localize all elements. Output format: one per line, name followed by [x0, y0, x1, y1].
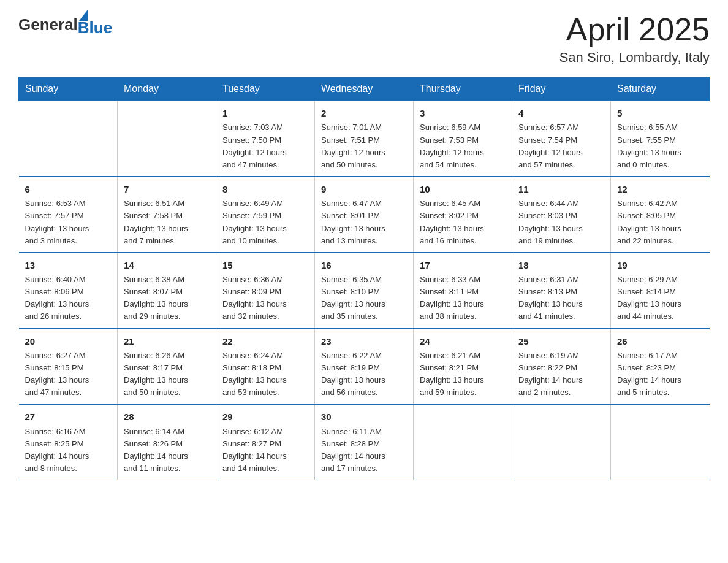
- logo-blue-text: Blue: [78, 18, 112, 37]
- calendar-cell: 2Sunrise: 7:01 AM Sunset: 7:51 PM Daylig…: [315, 101, 414, 177]
- day-number: 7: [124, 182, 210, 196]
- calendar-cell: 3Sunrise: 6:59 AM Sunset: 7:53 PM Daylig…: [414, 101, 512, 177]
- calendar-cell: 6Sunrise: 6:53 AM Sunset: 7:57 PM Daylig…: [19, 177, 118, 253]
- day-info: Sunrise: 6:38 AM Sunset: 8:07 PM Dayligh…: [124, 274, 210, 323]
- weekday-header-saturday: Saturday: [611, 77, 710, 101]
- day-info: Sunrise: 6:35 AM Sunset: 8:10 PM Dayligh…: [321, 274, 407, 323]
- calendar-cell: 15Sunrise: 6:36 AM Sunset: 8:09 PM Dayli…: [216, 253, 315, 329]
- day-info: Sunrise: 6:33 AM Sunset: 8:11 PM Dayligh…: [420, 274, 506, 323]
- day-info: Sunrise: 6:16 AM Sunset: 8:25 PM Dayligh…: [25, 426, 112, 475]
- calendar-cell: 30Sunrise: 6:11 AM Sunset: 8:28 PM Dayli…: [315, 404, 414, 480]
- day-info: Sunrise: 6:47 AM Sunset: 8:01 PM Dayligh…: [321, 197, 407, 247]
- day-info: Sunrise: 6:27 AM Sunset: 8:15 PM Dayligh…: [25, 350, 112, 399]
- calendar-cell: 19Sunrise: 6:29 AM Sunset: 8:14 PM Dayli…: [611, 253, 710, 329]
- day-number: 30: [321, 410, 407, 424]
- day-info: Sunrise: 6:51 AM Sunset: 7:58 PM Dayligh…: [124, 197, 210, 247]
- day-info: Sunrise: 6:31 AM Sunset: 8:13 PM Dayligh…: [518, 274, 604, 323]
- calendar-cell: 5Sunrise: 6:55 AM Sunset: 7:55 PM Daylig…: [611, 101, 710, 177]
- day-number: 26: [617, 334, 703, 348]
- day-number: 16: [321, 258, 407, 272]
- calendar-cell: [611, 404, 710, 480]
- day-info: Sunrise: 6:42 AM Sunset: 8:05 PM Dayligh…: [617, 197, 703, 247]
- calendar-cell: 4Sunrise: 6:57 AM Sunset: 7:54 PM Daylig…: [512, 101, 611, 177]
- weekday-header-row: SundayMondayTuesdayWednesdayThursdayFrid…: [19, 77, 710, 101]
- day-info: Sunrise: 6:26 AM Sunset: 8:17 PM Dayligh…: [124, 350, 210, 399]
- day-number: 18: [518, 258, 604, 272]
- calendar-cell: 29Sunrise: 6:12 AM Sunset: 8:27 PM Dayli…: [216, 404, 315, 480]
- calendar-cell: 11Sunrise: 6:44 AM Sunset: 8:03 PM Dayli…: [512, 177, 611, 253]
- day-number: 12: [617, 182, 703, 196]
- day-number: 23: [321, 334, 407, 348]
- weekday-header-thursday: Thursday: [414, 77, 512, 101]
- day-number: 4: [518, 106, 604, 120]
- day-number: 6: [25, 182, 112, 196]
- day-number: 2: [321, 106, 407, 120]
- day-info: Sunrise: 6:14 AM Sunset: 8:26 PM Dayligh…: [124, 426, 210, 475]
- calendar-cell: 22Sunrise: 6:24 AM Sunset: 8:18 PM Dayli…: [216, 329, 315, 405]
- day-info: Sunrise: 7:01 AM Sunset: 7:51 PM Dayligh…: [321, 121, 407, 171]
- day-number: 25: [518, 334, 604, 348]
- calendar-cell: 13Sunrise: 6:40 AM Sunset: 8:06 PM Dayli…: [19, 253, 118, 329]
- calendar-cell: 1Sunrise: 7:03 AM Sunset: 7:50 PM Daylig…: [216, 101, 315, 177]
- day-info: Sunrise: 6:57 AM Sunset: 7:54 PM Dayligh…: [518, 121, 604, 171]
- logo-general-text: General: [18, 15, 78, 34]
- calendar-table: SundayMondayTuesdayWednesdayThursdayFrid…: [18, 77, 710, 480]
- day-info: Sunrise: 6:29 AM Sunset: 8:14 PM Dayligh…: [617, 274, 703, 323]
- calendar-week-row: 13Sunrise: 6:40 AM Sunset: 8:06 PM Dayli…: [19, 253, 710, 329]
- calendar-cell: 27Sunrise: 6:16 AM Sunset: 8:25 PM Dayli…: [19, 404, 118, 480]
- day-number: 27: [25, 410, 112, 424]
- calendar-cell: 23Sunrise: 6:22 AM Sunset: 8:19 PM Dayli…: [315, 329, 414, 405]
- weekday-header-tuesday: Tuesday: [216, 77, 315, 101]
- day-number: 24: [420, 334, 506, 348]
- calendar-week-row: 20Sunrise: 6:27 AM Sunset: 8:15 PM Dayli…: [19, 329, 710, 405]
- logo: General Blue: [18, 12, 112, 37]
- calendar-cell: [512, 404, 611, 480]
- day-number: 20: [25, 334, 112, 348]
- day-number: 5: [617, 106, 703, 120]
- day-number: 17: [420, 258, 506, 272]
- day-info: Sunrise: 6:44 AM Sunset: 8:03 PM Dayligh…: [518, 197, 604, 247]
- calendar-cell: 26Sunrise: 6:17 AM Sunset: 8:23 PM Dayli…: [611, 329, 710, 405]
- calendar-cell: [19, 101, 118, 177]
- location-label: San Siro, Lombardy, Italy: [559, 50, 710, 66]
- calendar-cell: 8Sunrise: 6:49 AM Sunset: 7:59 PM Daylig…: [216, 177, 315, 253]
- day-info: Sunrise: 6:24 AM Sunset: 8:18 PM Dayligh…: [222, 350, 308, 399]
- day-number: 13: [25, 258, 112, 272]
- day-number: 21: [124, 334, 210, 348]
- day-number: 1: [222, 106, 308, 120]
- calendar-cell: 12Sunrise: 6:42 AM Sunset: 8:05 PM Dayli…: [611, 177, 710, 253]
- day-info: Sunrise: 6:49 AM Sunset: 7:59 PM Dayligh…: [222, 197, 308, 247]
- calendar-cell: [118, 101, 216, 177]
- calendar-cell: 18Sunrise: 6:31 AM Sunset: 8:13 PM Dayli…: [512, 253, 611, 329]
- day-info: Sunrise: 6:40 AM Sunset: 8:06 PM Dayligh…: [25, 274, 112, 323]
- weekday-header-wednesday: Wednesday: [315, 77, 414, 101]
- day-info: Sunrise: 6:17 AM Sunset: 8:23 PM Dayligh…: [617, 350, 703, 399]
- day-number: 28: [124, 410, 210, 424]
- day-info: Sunrise: 6:21 AM Sunset: 8:21 PM Dayligh…: [420, 350, 506, 399]
- day-info: Sunrise: 6:59 AM Sunset: 7:53 PM Dayligh…: [420, 121, 506, 171]
- calendar-cell: 10Sunrise: 6:45 AM Sunset: 8:02 PM Dayli…: [414, 177, 512, 253]
- weekday-header-friday: Friday: [512, 77, 611, 101]
- logo-blue-section: Blue: [78, 12, 112, 37]
- page-header: General Blue April 2025 San Siro, Lombar…: [18, 12, 710, 66]
- title-section: April 2025 San Siro, Lombardy, Italy: [559, 12, 710, 66]
- day-number: 8: [222, 182, 308, 196]
- day-number: 11: [518, 182, 604, 196]
- day-number: 3: [420, 106, 506, 120]
- day-info: Sunrise: 6:22 AM Sunset: 8:19 PM Dayligh…: [321, 350, 407, 399]
- day-info: Sunrise: 6:19 AM Sunset: 8:22 PM Dayligh…: [518, 350, 604, 399]
- calendar-week-row: 6Sunrise: 6:53 AM Sunset: 7:57 PM Daylig…: [19, 177, 710, 253]
- calendar-week-row: 27Sunrise: 6:16 AM Sunset: 8:25 PM Dayli…: [19, 404, 710, 480]
- calendar-cell: 14Sunrise: 6:38 AM Sunset: 8:07 PM Dayli…: [118, 253, 216, 329]
- day-info: Sunrise: 6:55 AM Sunset: 7:55 PM Dayligh…: [617, 121, 703, 171]
- day-info: Sunrise: 6:11 AM Sunset: 8:28 PM Dayligh…: [321, 426, 407, 475]
- calendar-cell: [414, 404, 512, 480]
- day-number: 22: [222, 334, 308, 348]
- month-title: April 2025: [559, 12, 710, 47]
- weekday-header-sunday: Sunday: [19, 77, 118, 101]
- day-info: Sunrise: 7:03 AM Sunset: 7:50 PM Dayligh…: [222, 121, 308, 171]
- calendar-cell: 9Sunrise: 6:47 AM Sunset: 8:01 PM Daylig…: [315, 177, 414, 253]
- day-number: 14: [124, 258, 210, 272]
- day-info: Sunrise: 6:45 AM Sunset: 8:02 PM Dayligh…: [420, 197, 506, 247]
- day-number: 10: [420, 182, 506, 196]
